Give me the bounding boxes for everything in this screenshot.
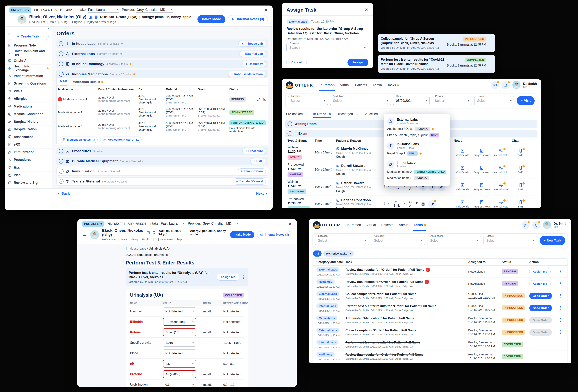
sidebar-item-erx[interactable]: eRX — [4, 141, 52, 149]
kebab-menu-icon[interactable]: ⋮ — [488, 57, 492, 70]
section-procedures[interactable]: Procedures3 orders +Procedure — [56, 147, 268, 155]
nav-tasks[interactable]: Tasks — [387, 80, 399, 91]
go-to-order-button-disabled[interactable]: Go to Order — [529, 329, 552, 336]
kebab-menu-icon[interactable]: ⋮ — [558, 318, 562, 322]
messages-icon[interactable] — [491, 81, 499, 89]
sidebar-item-surgical-history[interactable]: Surgical History — [4, 118, 52, 126]
section-in-house-labs[interactable]: In-house Labs5 orders / 2 tasks +In-hous… — [56, 40, 268, 48]
visit-details-button[interactable]: Visit Details — [454, 166, 471, 174]
internal-notes-button[interactable]: Internal Notes (3) — [257, 231, 292, 238]
kebab-menu-icon[interactable]: ⋮ — [558, 330, 562, 334]
add-in-house-lab-button[interactable]: +In-house Lab — [239, 41, 266, 47]
info-icon[interactable]: ⓘ — [330, 185, 332, 188]
section-nursing-orders[interactable]: Nursing Orders3 orders +Nursing Order — [56, 187, 268, 189]
sidebar-item-chief-complaint[interactable]: Chief Complaint and HPI — [4, 49, 52, 57]
section-transfer-referral[interactable]: Transfer/ReferralNo orders / No tasks +T… — [56, 177, 268, 186]
progress-note-button[interactable]: Progress Note — [473, 148, 490, 157]
chevron-up-icon[interactable] — [59, 179, 64, 184]
tab-cancelled[interactable]: Cancelled - 2 — [363, 110, 383, 118]
status-select[interactable]: StatusSelect▾ — [483, 236, 537, 245]
visit-details-button[interactable]: Visit Details — [454, 183, 471, 191]
filter-chip-all[interactable]: All — [313, 251, 322, 257]
group-select[interactable]: GroupSelect▾ — [474, 96, 514, 105]
print-icon[interactable] — [152, 231, 156, 234]
sidebar-item-ottehr-ai[interactable]: Ottehr AI — [4, 57, 52, 65]
chevron-up-icon[interactable] — [59, 149, 63, 153]
sidebar-item-plan[interactable]: Plan — [4, 172, 52, 179]
sms-button[interactable]: SMS — [512, 166, 530, 174]
nav-tasks[interactable]: Tasks — [413, 219, 426, 231]
sidebar-item-allergies[interactable]: Allergies — [4, 95, 52, 103]
add-external-lab-button[interactable]: +External Lab — [239, 51, 266, 57]
nav-virtual[interactable]: Virtual — [340, 80, 350, 91]
add-dme-button[interactable]: +DME — [250, 158, 266, 164]
user-avatar[interactable] — [543, 221, 551, 229]
section-immunization[interactable]: ImmunizationNo orders / No tasks +Immuni… — [56, 167, 268, 175]
intake-select[interactable]: Intake:Fast, Laura▾ — [149, 222, 185, 226]
sidebar-item-medications[interactable]: Medications — [4, 103, 52, 110]
chevron-down-icon[interactable] — [288, 122, 292, 126]
new-task-button[interactable]: +New Task — [540, 236, 565, 245]
nav-admin[interactable]: Admin — [372, 80, 382, 91]
kebab-menu-icon[interactable]: ⋮ — [558, 281, 562, 286]
provider-filter-select[interactable]: ProviderSelect▾ — [432, 96, 472, 105]
assign-button[interactable]: Assign — [347, 59, 368, 66]
sidebar-item-health-info-exchange[interactable]: Health Info Exchange — [4, 65, 52, 72]
visit-details-button[interactable]: Visit Details — [454, 148, 471, 157]
go-to-order-button[interactable]: Go to Order — [529, 305, 552, 311]
add-radiology-button[interactable]: +Radiology — [242, 61, 266, 67]
intake-select[interactable]: Intake:Fast, Laura▾ — [77, 8, 119, 12]
back-arrow-icon[interactable]: ← — [9, 16, 14, 22]
progress-note-button[interactable]: Progress Note — [473, 183, 490, 191]
ottehr-logo[interactable]: OTTEHR — [313, 221, 340, 229]
nav-patients[interactable]: Patients — [381, 219, 394, 231]
add-transfer-referral-button[interactable]: +Transfer/Referral — [233, 178, 266, 184]
intake-mode-button[interactable]: Intake Mode — [230, 231, 254, 238]
sidebar-item-progress-note[interactable]: Progress Note — [4, 42, 52, 49]
provider-role-chip[interactable]: PROVIDER▾ — [9, 7, 31, 13]
value-select[interactable]: 4+ (≥2000)▾ — [163, 370, 196, 378]
chevron-up-icon[interactable] — [288, 131, 292, 136]
back-arrow-icon[interactable]: ← — [82, 232, 87, 238]
assign-me-button[interactable]: Assign Me — [529, 268, 551, 275]
filter-chip-my-active-tasks[interactable]: My Active Tasks - 7 — [323, 251, 354, 257]
popup-order-item[interactable]: Rapid Strep AFINAL — [387, 151, 446, 156]
sidebar-item-exam[interactable]: Exam — [4, 164, 52, 172]
room-number-select[interactable]: 2▾ — [383, 202, 390, 206]
provider-role-chip[interactable]: PROVIDER▾ — [82, 221, 104, 227]
visit-type-select[interactable]: Visit TypeSelect▾ — [330, 96, 391, 105]
location-select[interactable]: LocationSelect▾ — [288, 96, 328, 105]
info-icon[interactable]: ⓘ — [330, 168, 332, 171]
location-select[interactable]: LocationSelect▾ — [315, 236, 369, 245]
progress-note-button[interactable]: Progress Note — [473, 166, 490, 174]
task-card[interactable]: Perform test & enter results for “Covid-… — [378, 55, 495, 73]
value-select[interactable]: 0.3▾ — [163, 381, 196, 387]
print-icon[interactable] — [94, 15, 98, 19]
provider-assign-select[interactable]: Dr. Smith▾ — [393, 200, 406, 208]
value-select[interactable]: 2+ (Moderate)▾ — [163, 318, 196, 326]
sidebar-item-review-and-sign[interactable]: Review and Sign — [4, 179, 52, 187]
visit-details-button[interactable]: Visit Details — [454, 200, 471, 208]
intake-mode-button[interactable]: Intake Mode — [197, 15, 225, 23]
sidebar-item-patient-information[interactable]: Patient Information — [4, 72, 52, 80]
back-button[interactable]: ‹Back — [58, 191, 70, 196]
kebab-menu-icon[interactable]: ⋮ — [558, 305, 562, 310]
kebab-menu-icon[interactable]: ⋮ — [241, 275, 245, 279]
add-immunization-button[interactable]: +Immunization — [238, 168, 266, 174]
add-procedure-button[interactable]: +Procedure — [242, 148, 266, 154]
assignee-select[interactable]: Assignee Search ▾ — [287, 43, 368, 52]
id-card-icon[interactable] — [146, 231, 150, 234]
popup-order-item[interactable]: Medication name BPENDING — [387, 176, 446, 180]
medications-order-icon[interactable] — [428, 200, 436, 208]
create-task-button[interactable]: +Create Task — [8, 33, 48, 40]
tab-mar[interactable]: MAR — [60, 80, 67, 86]
sidebar-item-hospitalization[interactable]: Hospitalization — [4, 126, 52, 133]
sms-button[interactable]: SMS — [512, 148, 530, 157]
progress-note-button[interactable]: Progress Note — [473, 200, 490, 208]
tab-discharged[interactable]: Discharged - 6 — [337, 110, 358, 118]
nav-virtual[interactable]: Virtual — [366, 219, 376, 231]
assigned-to-select[interactable]: Assigned toSelect▾ — [427, 236, 481, 245]
chevron-up-icon[interactable] — [59, 159, 63, 164]
value-select[interactable]: 4.5▾ — [163, 360, 196, 368]
provider-select[interactable]: Provider:Grey, Christian, MD▾ — [188, 222, 239, 226]
